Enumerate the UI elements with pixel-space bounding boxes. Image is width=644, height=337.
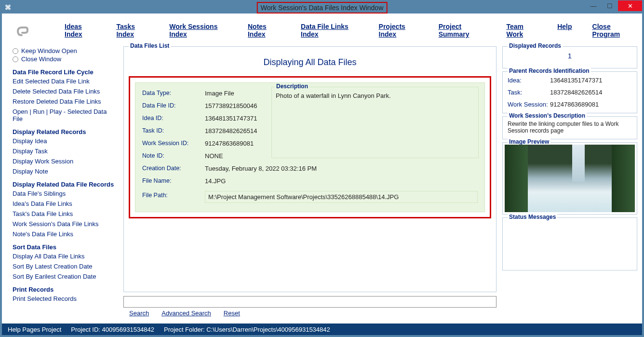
radio-keep-open[interactable]: Keep Window Open	[13, 47, 118, 54]
app-icon: ⌘	[5, 4, 13, 12]
status-messages-box: Status Messages	[502, 217, 637, 270]
menu-project-summary[interactable]: Project Summary	[439, 23, 486, 38]
link-task-datafile[interactable]: Task's Data File Links	[13, 210, 118, 217]
link-restore-deleted[interactable]: Restore Deleted Data File Links	[13, 98, 118, 105]
lbl-ideaid: Idea ID:	[142, 115, 205, 122]
menu-data-file-links-index[interactable]: Data File Links Index	[301, 23, 359, 38]
description-legend: Description	[275, 83, 309, 90]
lbl-datafileid: Data File ID:	[142, 102, 205, 109]
parent-ws-value: 91247863689081	[550, 101, 632, 108]
lbl-noteid: Note ID:	[142, 152, 205, 160]
parent-task-value: 183728482626514	[550, 89, 632, 96]
val-filename: 14.JPG	[205, 177, 478, 185]
parent-idea-label: Idea:	[508, 77, 550, 84]
image-preview-box: Image Preview	[502, 142, 637, 215]
right-panel: Displayed Records 1 Parent Records Ident…	[502, 46, 637, 324]
window-controls: — ☐ ✕	[585, 0, 642, 12]
link-edit-selected[interactable]: Edit Selected Data File Link	[13, 78, 118, 85]
main-row: Keep Window Open Close Window Data File …	[2, 46, 642, 324]
group-related-records: Display Related Records	[13, 128, 118, 135]
link-delete-selected[interactable]: Delete Selected Data File Links	[13, 88, 118, 95]
group-related-datafile: Display Related Data File Records	[13, 181, 118, 188]
lbl-taskid: Task ID:	[142, 127, 205, 135]
menu-notes-index[interactable]: Notes Index	[248, 23, 281, 38]
link-open-run-play[interactable]: Open | Run | Play - Selected Data File	[13, 108, 118, 122]
left-panel: Keep Window Open Close Window Data File …	[13, 46, 118, 324]
lbl-filepath: File Path:	[142, 190, 205, 199]
data-files-list-legend: Data Files List	[129, 42, 171, 49]
menu-close-program[interactable]: Close Program	[592, 23, 633, 38]
group-sort: Sort Data Files	[13, 243, 118, 251]
reset-link[interactable]: Reset	[224, 310, 240, 317]
logo-icon	[13, 19, 36, 41]
ws-description-legend: Work Session's Description	[508, 112, 587, 119]
menu-bar: Ideas Index Tasks Index Work Sessions In…	[2, 13, 642, 46]
parent-records-legend: Parent Records Identification	[508, 67, 591, 74]
search-input[interactable]	[123, 296, 496, 308]
image-preview-legend: Image Preview	[508, 138, 550, 145]
lbl-filename: File Name:	[142, 177, 205, 185]
menu-work-sessions-index[interactable]: Work Sessions Index	[169, 23, 228, 38]
menu-ideas-index[interactable]: Ideas Index	[65, 23, 96, 38]
link-display-all[interactable]: Display All Data File Links	[13, 253, 118, 260]
status-messages-legend: Status Messages	[508, 214, 557, 220]
parent-records-box: Parent Records Identification Idea:13648…	[502, 71, 637, 113]
lbl-creation: Creation Date:	[142, 165, 205, 172]
link-display-note[interactable]: Display Note	[13, 168, 118, 175]
parent-ws-label: Work Session:	[508, 101, 550, 108]
description-text: Photo of a waterfall in Lynn Canyon Park…	[276, 92, 474, 99]
close-button[interactable]: ✕	[618, 0, 642, 11]
maximize-button[interactable]: ☐	[602, 0, 618, 11]
link-display-idea[interactable]: Display Idea	[13, 137, 118, 145]
radio-keep-label: Keep Window Open	[21, 47, 77, 54]
link-display-task[interactable]: Display Task	[13, 148, 118, 155]
link-sort-latest[interactable]: Sort By Latest Creation Date	[13, 263, 118, 270]
lbl-datatype: Data Type:	[142, 90, 205, 97]
menu-team-work[interactable]: Team Work	[507, 23, 537, 38]
link-note-datafile[interactable]: Note's Data File Links	[13, 230, 118, 238]
minimize-button[interactable]: —	[585, 0, 602, 11]
radio-close-window[interactable]: Close Window	[13, 55, 118, 63]
menu-tasks-index[interactable]: Tasks Index	[116, 23, 149, 38]
center-panel: Data Files List Displaying All Data File…	[123, 46, 496, 324]
window-frame: ⌘ Work Session's Data Files Index Window…	[0, 0, 644, 337]
link-siblings[interactable]: Data File's Siblings	[13, 190, 118, 197]
content-area: Ideas Index Tasks Index Work Sessions In…	[2, 13, 642, 335]
data-files-list: Data Files List Displaying All Data File…	[123, 46, 496, 292]
search-row: Search Advanced Search Reset	[123, 296, 496, 317]
title-bar: ⌘ Work Session's Data Files Index Window…	[2, 2, 642, 13]
status-project-folder: Project Folder: C:\Users\Darren\Projects…	[164, 326, 330, 333]
menu-help[interactable]: Help	[557, 23, 572, 38]
menu-projects-index[interactable]: Projects Index	[379, 23, 418, 38]
val-creation: Tuesday, February 8, 2022 03:32:16 PM	[205, 165, 478, 172]
advanced-search-link[interactable]: Advanced Search	[161, 310, 211, 317]
window-title: Work Session's Data Files Index Window	[257, 2, 388, 13]
description-box: Description Photo of a waterfall in Lynn…	[271, 87, 479, 158]
list-heading: Displaying All Data Files	[129, 57, 491, 67]
radio-close-label: Close Window	[21, 55, 61, 63]
status-bar: Help Pages Project Project ID: 400956931…	[2, 324, 642, 335]
parent-task-label: Task:	[508, 89, 550, 96]
status-help-pages[interactable]: Help Pages Project	[8, 326, 61, 333]
displayed-records-count: 1	[508, 51, 632, 60]
displayed-records-legend: Displayed Records	[508, 42, 563, 49]
ws-description-text: Rewrite the linking computer files to a …	[508, 121, 632, 134]
group-lifecycle: Data File Record Life Cycle	[13, 68, 118, 76]
link-idea-datafile[interactable]: Idea's Data File Links	[13, 200, 118, 207]
link-display-work-session[interactable]: Display Work Session	[13, 158, 118, 165]
image-preview	[505, 145, 635, 212]
ws-description-box: Work Session's Description Rewrite the l…	[502, 116, 637, 139]
link-sort-earliest[interactable]: Sort By Earilest Creation Date	[13, 273, 118, 280]
search-link[interactable]: Search	[129, 310, 149, 317]
record-card[interactable]: Data Type:Image File Data File ID:157738…	[135, 82, 485, 212]
val-filepath: M:\Project Management Software\Projects\…	[205, 191, 478, 203]
link-print-selected[interactable]: Print Selected Records	[13, 295, 118, 302]
selected-record-highlight: Data Type:Image File Data File ID:157738…	[129, 76, 491, 218]
group-print: Print Records	[13, 286, 118, 293]
status-project-id: Project ID: 400956931534842	[71, 326, 154, 333]
lbl-wsid: Work Session ID:	[142, 140, 205, 147]
menu-links: Ideas Index Tasks Index Work Sessions In…	[55, 23, 633, 38]
parent-idea-value: 136481351747371	[550, 77, 632, 84]
displayed-records-box: Displayed Records 1	[502, 46, 637, 68]
link-ws-datafile[interactable]: Work Session's Data File Links	[13, 220, 118, 228]
